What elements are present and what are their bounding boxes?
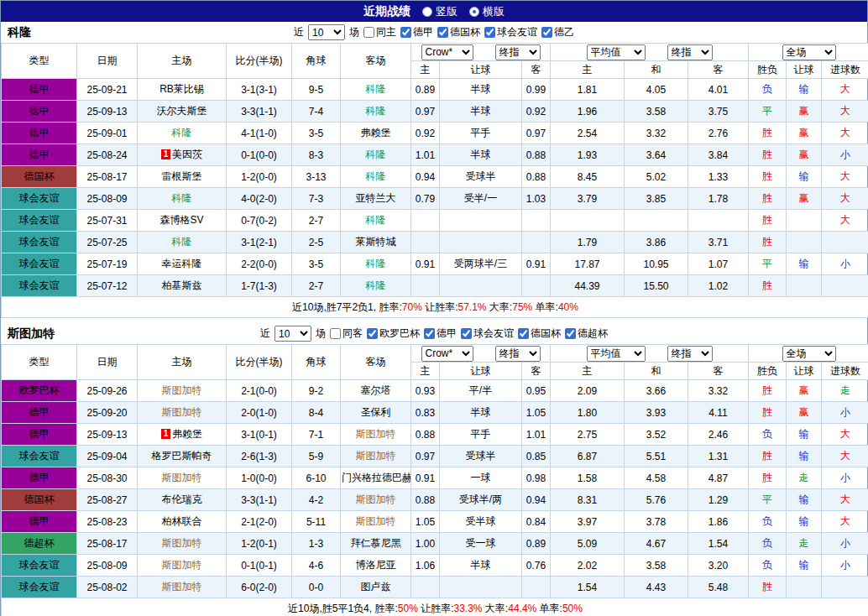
- away-team-link[interactable]: 拜仁慕尼黑: [351, 537, 401, 549]
- away-team-link[interactable]: 弗赖堡: [361, 127, 391, 138]
- away-team-link[interactable]: 圣保利: [361, 406, 391, 418]
- filter-checkbox-input[interactable]: [541, 27, 552, 38]
- avg-away-odds: [688, 210, 749, 232]
- home-team-link[interactable]: 雷根斯堡: [162, 170, 202, 182]
- avg-home-odds: 3.97: [551, 511, 625, 533]
- away-team-link[interactable]: 科隆: [366, 170, 386, 182]
- score-link[interactable]: 3-3(1-1): [227, 101, 292, 123]
- score-link[interactable]: 1-7(1-3): [227, 275, 292, 297]
- filter-checkbox-1[interactable]: 德甲: [400, 25, 433, 39]
- away-team-link[interactable]: 塞尔塔: [361, 384, 391, 396]
- away-team-link[interactable]: 斯图加特: [356, 428, 396, 440]
- home-team-link[interactable]: 柏林联合: [162, 515, 202, 527]
- score-link[interactable]: 1-0(0-0): [227, 467, 292, 489]
- away-team-link[interactable]: 亚特兰大: [356, 192, 396, 204]
- filter-checkbox-4[interactable]: 德国杯: [518, 326, 561, 341]
- score-link[interactable]: 2-1(0-0): [227, 380, 292, 402]
- filter-checkbox-3[interactable]: 球会友谊: [484, 25, 537, 39]
- home-team-link[interactable]: 森博格SV: [159, 214, 203, 226]
- score-link[interactable]: 4-1(1-0): [227, 123, 292, 144]
- home-team-link[interactable]: 科隆: [172, 192, 192, 204]
- score-link[interactable]: 1-2(0-0): [227, 166, 292, 188]
- score-link[interactable]: 3-1(3-1): [227, 79, 292, 101]
- away-team-link[interactable]: 门兴格拉德巴赫: [342, 472, 411, 483]
- away-team-link[interactable]: 莱斯特城: [356, 236, 396, 248]
- filter-checkbox-input[interactable]: [367, 328, 378, 339]
- filter-checkbox-3[interactable]: 球会友谊: [461, 326, 514, 341]
- filter-checkbox-0[interactable]: 同主: [363, 25, 396, 39]
- avg-select-0[interactable]: 平均值: [587, 44, 646, 60]
- home-team-link[interactable]: 沃尔夫斯堡: [157, 105, 207, 117]
- score-link[interactable]: 3-1(0-1): [227, 424, 292, 446]
- filter-checkbox-4[interactable]: 德乙: [541, 25, 574, 39]
- match-count-select[interactable]: 10: [308, 24, 345, 40]
- home-team-link[interactable]: 斯图加特: [162, 581, 202, 593]
- score-link[interactable]: 0-1(0-1): [227, 555, 292, 577]
- filter-checkbox-2[interactable]: 德国杯: [437, 25, 480, 39]
- score-link[interactable]: 4-0(2-0): [227, 188, 292, 210]
- score-link[interactable]: 6-0(2-0): [227, 577, 292, 598]
- filter-checkbox-input[interactable]: [565, 328, 576, 339]
- home-team-link[interactable]: 科隆: [172, 236, 192, 248]
- away-team-link[interactable]: 科隆: [366, 258, 386, 269]
- home-team-link[interactable]: 格罗巴斯帕奇: [152, 450, 212, 462]
- home-team-link[interactable]: 科隆: [172, 127, 192, 138]
- away-team-link[interactable]: 斯图加特: [356, 493, 396, 505]
- home-team-link[interactable]: 幸运科隆: [162, 258, 202, 269]
- score-link[interactable]: 0-7(0-2): [227, 210, 292, 232]
- score-link[interactable]: 3-3(1-1): [227, 489, 292, 511]
- home-team-link[interactable]: 斯图加特: [162, 537, 202, 549]
- odds-select-1[interactable]: 终指: [495, 44, 541, 60]
- scope-select-0[interactable]: 全场: [782, 346, 836, 362]
- match-count-select[interactable]: 10: [275, 326, 311, 342]
- away-team-link[interactable]: 图卢兹: [361, 581, 391, 593]
- home-team-link[interactable]: 斯图加特: [162, 406, 202, 418]
- odds-select-1[interactable]: 终指: [495, 346, 541, 362]
- filter-checkbox-input[interactable]: [518, 328, 529, 339]
- away-team-link[interactable]: 斯图加特: [356, 515, 396, 527]
- score-link[interactable]: 0-1(0-0): [227, 144, 292, 166]
- score-link[interactable]: 1-2(0-1): [227, 533, 292, 555]
- score-link[interactable]: 2-0(1-0): [227, 402, 292, 424]
- avg-select-1[interactable]: 终指: [667, 346, 713, 362]
- home-team-link[interactable]: 斯图加特: [162, 384, 202, 396]
- away-team-link[interactable]: 博洛尼亚: [356, 559, 396, 571]
- away-team-link[interactable]: 斯图加特: [356, 450, 396, 462]
- avg-select-1[interactable]: 终指: [667, 44, 713, 60]
- score-link[interactable]: 2-1(2-0): [227, 511, 292, 533]
- score-link[interactable]: 2-6(1-3): [227, 446, 292, 467]
- score-link[interactable]: 3-1(2-1): [227, 232, 292, 253]
- vertical-layout-radio[interactable]: 竖版: [422, 4, 458, 19]
- avg-select-0[interactable]: 平均值: [587, 346, 646, 362]
- scope-select-0[interactable]: 全场: [782, 44, 836, 60]
- filter-checkbox-input[interactable]: [400, 27, 411, 38]
- away-team-link[interactable]: 科隆: [366, 83, 386, 95]
- filter-checkbox-input[interactable]: [424, 328, 435, 339]
- filter-checkbox-5[interactable]: 德超杯: [565, 326, 608, 341]
- home-team-link[interactable]: 斯图加特: [162, 559, 202, 571]
- score-link[interactable]: 2-2(0-0): [227, 253, 292, 275]
- result-outcome: 负: [749, 424, 787, 446]
- away-team-link[interactable]: 科隆: [366, 279, 386, 291]
- home-team-link[interactable]: RB莱比锡: [159, 83, 204, 95]
- filter-checkbox-input[interactable]: [484, 27, 495, 38]
- filter-checkbox-1[interactable]: 欧罗巴杯: [367, 326, 420, 341]
- away-team-link[interactable]: 科隆: [366, 149, 386, 160]
- home-team-link[interactable]: 柏基斯兹: [162, 279, 202, 291]
- away-team-link[interactable]: 科隆: [366, 105, 386, 117]
- competition-type-badge: 球会友谊: [2, 446, 77, 467]
- filter-checkbox-input[interactable]: [330, 328, 341, 339]
- filter-checkbox-input[interactable]: [363, 27, 374, 38]
- filter-checkbox-input[interactable]: [461, 328, 472, 339]
- filter-checkbox-0[interactable]: 同客: [330, 326, 363, 341]
- odds-select-0[interactable]: Crow*: [421, 44, 473, 60]
- home-team-link[interactable]: 美因茨: [172, 149, 202, 160]
- home-team-link[interactable]: 斯图加特: [162, 472, 202, 483]
- filter-checkbox-input[interactable]: [437, 27, 448, 38]
- home-team-link[interactable]: 弗赖堡: [172, 428, 202, 440]
- horizontal-layout-radio[interactable]: 横版: [469, 4, 505, 19]
- home-team-link[interactable]: 布伦瑞克: [162, 493, 202, 505]
- odds-select-0[interactable]: Crow*: [421, 346, 473, 362]
- filter-checkbox-2[interactable]: 德甲: [424, 326, 457, 341]
- away-team-link[interactable]: 科隆: [366, 214, 386, 226]
